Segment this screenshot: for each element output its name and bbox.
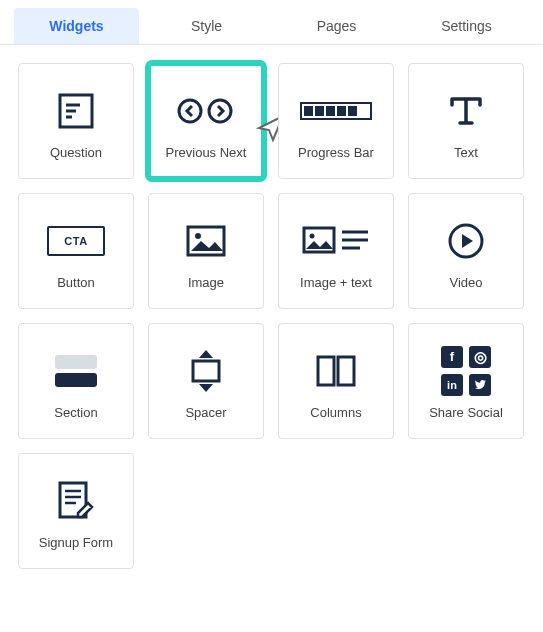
text-icon xyxy=(446,83,486,139)
svg-point-5 xyxy=(209,100,231,122)
widget-image[interactable]: Image xyxy=(148,193,264,309)
svg-rect-14 xyxy=(55,355,97,369)
question-icon xyxy=(56,83,96,139)
widget-label: Question xyxy=(50,145,102,160)
widget-image-text[interactable]: Image + text xyxy=(278,193,394,309)
progress-bar-icon xyxy=(300,83,372,139)
tab-widgets[interactable]: Widgets xyxy=(14,8,139,44)
widget-video[interactable]: Video xyxy=(408,193,524,309)
video-icon xyxy=(445,213,487,269)
svg-point-4 xyxy=(179,100,201,122)
widget-label: Spacer xyxy=(185,405,226,420)
widget-label: Button xyxy=(57,275,95,290)
widget-label: Signup Form xyxy=(39,535,113,550)
tab-bar: Widgets Style Pages Settings xyxy=(0,0,543,45)
svg-point-7 xyxy=(195,233,201,239)
widget-share-social[interactable]: f ◎ in Share Social xyxy=(408,323,524,439)
widget-label: Progress Bar xyxy=(298,145,374,160)
widget-label: Previous Next xyxy=(166,145,247,160)
widget-label: Section xyxy=(54,405,97,420)
widget-previous-next[interactable]: Previous Next xyxy=(148,63,264,179)
widget-label: Video xyxy=(449,275,482,290)
widget-button[interactable]: CTA Button xyxy=(18,193,134,309)
widget-section[interactable]: Section xyxy=(18,323,134,439)
widget-label: Image + text xyxy=(300,275,372,290)
tab-pages[interactable]: Pages xyxy=(274,8,399,44)
section-icon xyxy=(51,343,101,399)
button-icon: CTA xyxy=(47,213,105,269)
svg-rect-17 xyxy=(318,357,334,385)
svg-rect-18 xyxy=(338,357,354,385)
image-text-icon xyxy=(302,213,370,269)
widget-question[interactable]: Question xyxy=(18,63,134,179)
spacer-icon xyxy=(187,343,225,399)
tab-settings[interactable]: Settings xyxy=(404,8,529,44)
widget-label: Text xyxy=(454,145,478,160)
widget-label: Share Social xyxy=(429,405,503,420)
svg-rect-16 xyxy=(193,361,219,381)
widget-label: Columns xyxy=(310,405,361,420)
svg-point-9 xyxy=(310,233,315,238)
widget-signup-form[interactable]: Signup Form xyxy=(18,453,134,569)
tab-style[interactable]: Style xyxy=(144,8,269,44)
columns-icon xyxy=(314,343,358,399)
image-icon xyxy=(185,213,227,269)
widget-label: Image xyxy=(188,275,224,290)
widget-grid: Question Previous Next Progress Bar xyxy=(0,45,543,587)
signup-form-icon xyxy=(54,473,98,529)
widget-spacer[interactable]: Spacer xyxy=(148,323,264,439)
svg-rect-15 xyxy=(55,373,97,387)
widget-text[interactable]: Text xyxy=(408,63,524,179)
widget-columns[interactable]: Columns xyxy=(278,323,394,439)
prev-next-icon xyxy=(174,83,238,139)
widget-progress-bar[interactable]: Progress Bar xyxy=(278,63,394,179)
share-social-icon: f ◎ in xyxy=(441,343,491,399)
